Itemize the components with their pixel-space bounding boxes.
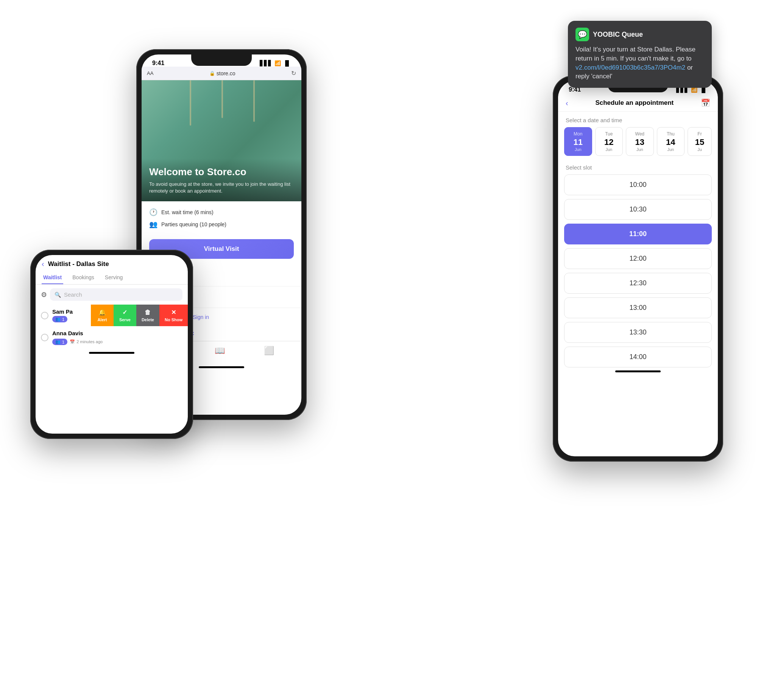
back-button[interactable]: ‹ xyxy=(566,99,568,108)
browser-bar[interactable]: AA 🔒 store.co ↻ xyxy=(142,67,301,80)
calendar-icon[interactable]: 📅 xyxy=(701,98,710,108)
browser-url-bar[interactable]: 🔒 store.co xyxy=(157,70,288,77)
wifi-icon: 📶 xyxy=(274,60,281,66)
lock-icon: 🔒 xyxy=(209,71,215,76)
day-number: 14 xyxy=(659,138,682,147)
day-number: 12 xyxy=(598,138,620,147)
battery-icon: ▐▌ xyxy=(283,60,291,66)
month-label: Jun xyxy=(567,147,589,152)
time-ago: 2 minutes ago xyxy=(77,339,103,344)
waitlist-item-sam[interactable]: Sam Pa 👥 1 🔔 Alert ✓ Serve 🗑 Dele xyxy=(36,305,188,326)
notif-message: Voila! It's your turn at Store Dallas. P… xyxy=(575,46,695,62)
item-time: 📅 2 minutes ago xyxy=(70,339,103,344)
slot-1000[interactable]: 10:00 xyxy=(564,175,712,195)
month-label: Jun xyxy=(628,147,651,152)
slot-1200[interactable]: 12:00 xyxy=(564,248,712,269)
home-indicator xyxy=(615,370,661,372)
item-name: Anna Davis xyxy=(52,330,183,336)
bell-icon: 🔔 xyxy=(99,309,106,316)
party-count: 1 xyxy=(62,317,64,322)
schedule-header: ‹ Schedule an appointment 📅 xyxy=(558,93,718,112)
noshow-button[interactable]: ✕ No Show xyxy=(160,305,188,326)
schedule-title: Schedule an appointment xyxy=(573,99,696,107)
tab-serving[interactable]: Serving xyxy=(103,271,124,284)
month-label: Jun xyxy=(659,147,682,152)
serve-label: Serve xyxy=(119,317,131,322)
hero-title: Welcome to Store.co xyxy=(149,166,294,178)
slot-1330[interactable]: 13:30 xyxy=(564,322,712,343)
item-checkbox[interactable] xyxy=(41,334,49,341)
day-name: Thu xyxy=(659,131,682,137)
hero-overlay: Welcome to Store.co To avoid queuing at … xyxy=(142,159,301,201)
schedule-screen: 9:41 ▋▋▋ 📶 ▐▌ ‹ Schedule an appointment … xyxy=(558,81,718,456)
month-label: Ju xyxy=(690,147,709,152)
day-name: Tue xyxy=(598,131,620,137)
message-icon: 💬 xyxy=(575,28,589,41)
waitlist-title: Waitlist - Dallas Site xyxy=(48,260,109,268)
date-wed-13[interactable]: Wed 13 Jun xyxy=(626,127,654,156)
party-badge: 👥 1 xyxy=(52,316,67,322)
slot-1400[interactable]: 14:00 xyxy=(564,347,712,367)
trash-icon: 🗑 xyxy=(145,309,151,316)
tab-bookings[interactable]: Bookings xyxy=(71,271,96,284)
search-box[interactable]: 🔍 Search xyxy=(50,288,183,301)
hero-desc: To avoid queuing at the store, we invite… xyxy=(149,181,294,194)
notification-toast: 💬 YOOBIC Queue Voila! It's your turn at … xyxy=(568,21,712,88)
signal-icon: ▋▋▋ xyxy=(260,60,272,66)
filter-icon[interactable]: ⚙ xyxy=(41,291,47,299)
people-icon: 👥 xyxy=(55,317,61,322)
waitlist-item-anna[interactable]: Anna Davis 👥 1 📅 2 minutes ago xyxy=(36,326,188,349)
serve-button[interactable]: ✓ Serve xyxy=(114,305,136,326)
home-indicator xyxy=(199,366,244,368)
notif-body: Voila! It's your turn at Store Dallas. P… xyxy=(575,45,704,81)
slot-1030[interactable]: 10:30 xyxy=(564,199,712,220)
swipe-actions: 🔔 Alert ✓ Serve 🗑 Delete ✕ No Show xyxy=(91,305,188,326)
search-input[interactable]: Search xyxy=(64,291,82,298)
day-name: Fr xyxy=(690,131,709,137)
waitlist-toolbar: ⚙ 🔍 Search xyxy=(36,284,188,305)
tab-waitlist[interactable]: Waitlist xyxy=(42,271,63,284)
month-label: Jun xyxy=(598,147,620,152)
bookmark-icon[interactable]: 📖 xyxy=(215,346,225,356)
search-icon: 🔍 xyxy=(55,292,61,298)
notif-header: 💬 YOOBIC Queue xyxy=(575,28,704,41)
slot-1300[interactable]: 13:00 xyxy=(564,297,712,318)
noshow-label: No Show xyxy=(165,317,183,322)
store-notch xyxy=(191,55,252,66)
parties-text: Parties queuing (10 people) xyxy=(161,221,226,227)
date-selector: Mon 11 Jun Tue 12 Jun Wed 13 Jun Thu 14 … xyxy=(558,127,718,162)
alert-button[interactable]: 🔔 Alert xyxy=(91,305,114,326)
decoration xyxy=(190,80,191,126)
slot-label: Select slot xyxy=(558,162,718,175)
decoration xyxy=(221,80,223,118)
date-thu-14[interactable]: Thu 14 Jun xyxy=(657,127,685,156)
home-indicator xyxy=(89,352,135,354)
wait-time-text: Est. wait time (6 mins) xyxy=(161,209,213,215)
day-name: Wed xyxy=(628,131,651,137)
store-time: 9:41 xyxy=(152,60,164,67)
wait-time-item: 🕐 Est. wait time (6 mins) xyxy=(149,208,294,216)
date-mon-11[interactable]: Mon 11 Jun xyxy=(564,127,592,156)
slot-1100[interactable]: 11:00 xyxy=(564,223,712,244)
date-time-label: Select a date and time xyxy=(558,112,718,127)
slot-1230[interactable]: 12:30 xyxy=(564,273,712,294)
day-name: Mon xyxy=(567,131,589,137)
waitlist-screen: ‹ Waitlist - Dallas Site Waitlist Bookin… xyxy=(36,255,188,434)
signin-link[interactable]: Sign in xyxy=(193,314,209,320)
date-fri-15[interactable]: Fr 15 Ju xyxy=(687,127,712,156)
x-icon: ✕ xyxy=(171,309,176,316)
waitlist-back-button[interactable]: ‹ xyxy=(42,259,44,268)
people-icon: 👥 xyxy=(149,220,158,228)
refresh-icon[interactable]: ↻ xyxy=(291,70,296,77)
decoration xyxy=(253,80,255,122)
date-tue-12[interactable]: Tue 12 Jun xyxy=(595,127,623,156)
day-number: 11 xyxy=(567,138,589,147)
alert-label: Alert xyxy=(97,317,107,322)
people-icon: 👥 xyxy=(55,339,61,344)
parties-item: 👥 Parties queuing (10 people) xyxy=(149,220,294,228)
item-checkbox[interactable] xyxy=(41,312,49,319)
slot-list: 10:00 10:30 11:00 12:00 12:30 13:00 13:3… xyxy=(558,175,718,367)
tabs-icon[interactable]: ⬜ xyxy=(264,346,274,356)
notif-link[interactable]: v2.com/l/0ed691003b6c35a7/3PO4m2 xyxy=(575,64,685,71)
delete-button[interactable]: 🗑 Delete xyxy=(136,305,160,326)
